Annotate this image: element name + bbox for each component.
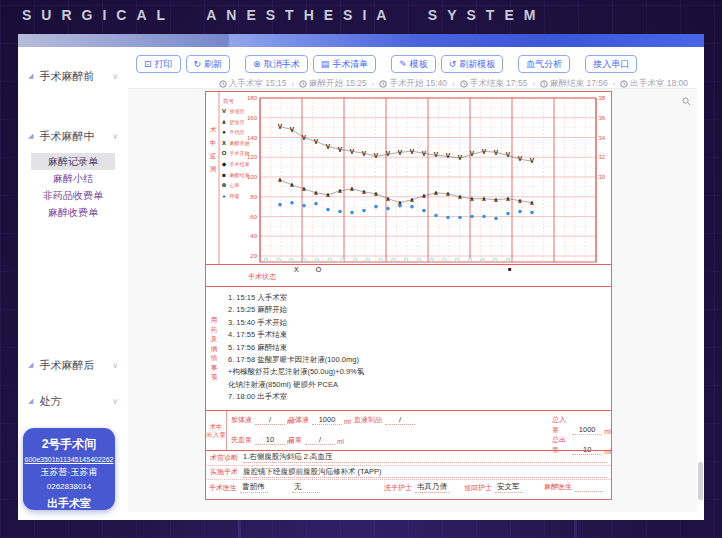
- notes-lines: 1. 15:15 入手术室2. 15:25 麻醉开始3. 15:40 手术开始4…: [228, 292, 607, 404]
- notes-label-char: 及: [208, 334, 220, 344]
- svg-text:20: 20: [250, 253, 257, 259]
- svg-text:中: 中: [210, 139, 217, 146]
- app-title: SURGICAL ANESTHESIA SYSTEM: [22, 7, 545, 23]
- template-button-label: 模板: [410, 58, 428, 71]
- note-line: 4. 17:55 手术结束: [228, 329, 607, 341]
- fluid-field: 尿量/ml: [288, 435, 344, 445]
- surgery-list-button-label: 手术清单: [332, 58, 368, 71]
- fluid-field-value: 1000: [312, 415, 342, 425]
- serial-port-button[interactable]: 接入串口: [585, 55, 637, 73]
- case-number: 0262838014: [23, 482, 115, 491]
- template-button[interactable]: ✎模板: [391, 55, 436, 73]
- staff-field: 麻醉医生: [544, 482, 603, 492]
- svg-text:V: V: [222, 108, 226, 114]
- svg-text:∧: ∧: [337, 187, 342, 194]
- fluid-field-label: 失血量: [231, 435, 252, 445]
- svg-text:V: V: [482, 148, 487, 155]
- chevron-down-icon: ∨: [112, 361, 118, 370]
- sidebar-group-pre-anesthesia[interactable]: ◢ 手术麻醉前 ∨: [18, 68, 128, 84]
- sidebar-item-麻醉小结[interactable]: 麻醉小结: [31, 170, 115, 187]
- print-button[interactable]: ⊡打印: [136, 55, 181, 73]
- status-row-label: 手术状态: [248, 272, 276, 282]
- svg-text:∧: ∧: [385, 195, 390, 202]
- svg-text:V: V: [434, 151, 439, 158]
- sidebar-item-麻醉记录单[interactable]: 麻醉记录单: [31, 153, 115, 170]
- svg-text:60: 60: [250, 214, 257, 220]
- svg-text:V: V: [446, 152, 451, 159]
- sidebar-group-post-anesthesia[interactable]: ◢ 手术麻醉后 ∨: [18, 357, 128, 373]
- circuit-decoration: [574, 520, 577, 538]
- desktop-background: SURGICAL ANESTHESIA SYSTEM ◢ 手术麻醉前 ∨ ◢ 手…: [0, 0, 722, 538]
- fluid-field-unit: ml: [337, 438, 344, 445]
- note-line: 3. 15:40 手术开始: [228, 317, 607, 329]
- sidebar-group-label: 手术麻醉前: [39, 69, 94, 84]
- note-line: 6. 17:58 盐酸罗哌卡因注射液(100.0mg): [228, 354, 607, 366]
- sidebar-item-麻醉收费单[interactable]: 麻醉收费单: [31, 204, 115, 221]
- fluid-field: 血液制品/: [354, 415, 415, 425]
- svg-text:+: +: [222, 193, 226, 199]
- chevron-down-icon: ∨: [112, 72, 118, 81]
- svg-text:V: V: [410, 148, 415, 155]
- note-line: +枸橼酸舒芬太尼注射液(50.0ug)+0.9%氯: [228, 366, 607, 378]
- staff-field-label: 洗手护士: [384, 483, 412, 493]
- expand-icon[interactable]: [682, 92, 691, 110]
- svg-text:40: 40: [250, 233, 257, 239]
- staff-field-value: 韦真乃倩: [415, 482, 449, 493]
- staff-field-label: 麻醉医生: [544, 482, 572, 492]
- notes-vertical-label: 用药及病情事项: [208, 315, 220, 382]
- svg-text:180: 180: [247, 95, 258, 101]
- svg-text:∧: ∧: [445, 190, 450, 197]
- sidebar-group-label: 处方: [39, 394, 61, 409]
- staff-field-value: 曹韶伟: [240, 482, 268, 493]
- svg-text:舒张压: 舒张压: [230, 119, 245, 126]
- svg-text:∧: ∧: [421, 192, 426, 199]
- scrollbar-thumb[interactable]: [698, 462, 703, 500]
- triangle-icon: ◢: [28, 361, 33, 369]
- fluid-field-label: 尿量: [288, 435, 302, 445]
- clock-icon: [379, 80, 387, 88]
- event-mark-麻醉开始: X: [294, 266, 299, 273]
- refresh-template-button[interactable]: ↺刷新模板: [441, 55, 504, 73]
- chevron-down-icon: ∨: [112, 132, 118, 141]
- staff-field-value: 无: [292, 482, 320, 493]
- printer-icon: ⊡: [144, 59, 152, 69]
- fluid-field-value: /: [385, 415, 415, 425]
- triangle-icon: ◢: [28, 397, 33, 405]
- surgery-list-button[interactable]: ▤手术清单: [313, 55, 377, 73]
- svg-text:⊕: ⊕: [221, 182, 226, 188]
- svg-text:∧: ∧: [277, 176, 282, 183]
- svg-text:V: V: [518, 155, 523, 162]
- event-mark-麻醉结束: ■: [508, 266, 512, 273]
- clock-icon: [620, 80, 628, 88]
- refresh-button-label: 刷新: [204, 58, 222, 71]
- notes-label-char: 项: [208, 372, 220, 382]
- staff-field-value: 安文军: [495, 482, 523, 493]
- sidebar-group-during-anesthesia[interactable]: ◢ 手术麻醉中 ∨: [18, 128, 128, 144]
- svg-text:术: 术: [210, 126, 217, 133]
- vitals-chart: 180160140120100806040203836343230术中监测符号V…: [206, 92, 611, 264]
- chevron-down-icon: ∨: [112, 397, 118, 406]
- svg-text:测: 测: [210, 165, 217, 173]
- svg-text:∧: ∧: [222, 119, 227, 125]
- sidebar-item-非药品收费单[interactable]: 非药品收费单: [31, 187, 115, 204]
- fluid-field: 胶体液/ml: [231, 415, 294, 425]
- info-section: 术前诊断 1.右侧腹股沟斜疝 2.高血压 实施手术 腹腔镜下经腹膜前腹股沟疝修补…: [206, 450, 611, 499]
- svg-text:麻醉结束: 麻醉结束: [230, 172, 250, 179]
- sidebar-group-label: 手术麻醉后: [39, 358, 94, 373]
- clock-icon: [460, 80, 468, 88]
- svg-text:V: V: [398, 149, 403, 156]
- refresh-button[interactable]: ↻刷新: [186, 55, 231, 73]
- fluid-field-value: 10: [255, 435, 285, 445]
- fluid-field-label: 胶体液: [231, 415, 252, 425]
- clock-icon: [540, 80, 548, 88]
- sidebar-group-prescription[interactable]: ◢ 处方 ∨: [18, 393, 128, 409]
- svg-text:手术开始: 手术开始: [230, 150, 250, 157]
- cancel-surgery-button-label: 取消手术: [264, 58, 300, 71]
- blood-gas-button[interactable]: 血气分析: [518, 55, 570, 73]
- exit-operating-room-button[interactable]: 出手术室: [23, 496, 115, 511]
- staff-field: 洗手护士韦真乃倩: [384, 482, 449, 493]
- note-line: 化钠注射液(850ml) 硬膜外 PCEA: [228, 379, 607, 391]
- cancel-surgery-button[interactable]: ⊗取消手术: [245, 55, 308, 73]
- svg-text:监: 监: [210, 152, 217, 160]
- operation-value: 腹腔镜下经腹膜前腹股沟疝修补术 (TAPP): [243, 467, 607, 478]
